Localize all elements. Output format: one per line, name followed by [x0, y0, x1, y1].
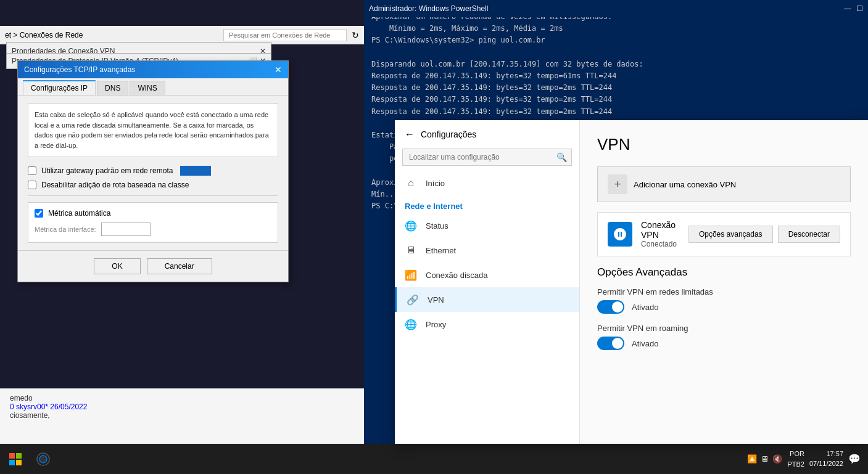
add-vpn-icon: + [608, 174, 627, 194]
checkbox-row-route: Desabilitar adição de rota baseada na cl… [28, 181, 278, 189]
settings-back-label: Configurações [421, 129, 476, 139]
svg-rect-3 [16, 460, 22, 465]
breadcrumb: et > Conexões de Rede [5, 31, 83, 39]
sidebar-item-ethernet[interactable]: 🖥 Ethernet [395, 238, 579, 263]
sidebar-item-proxy-label: Proxy [426, 320, 446, 329]
start-button[interactable] [0, 444, 31, 474]
vpn-connection-name: Conexão VPN [641, 220, 680, 240]
bottom-line2: 0 skysrv00* 26/05/2022 [10, 402, 354, 411]
tab-wins[interactable]: WINS [130, 81, 165, 95]
ps-minimize-btn[interactable]: — [844, 4, 851, 13]
tray-expand-icon[interactable]: 🔼 [747, 454, 757, 464]
dialog-content: Esta caixa de seleção só é aplicável qua… [18, 96, 288, 250]
powershell-title-bar: Administrador: Windows PowerShell — ☐ [364, 0, 868, 17]
option-limited-networks-label: Permitir VPN em redes limitadas [597, 287, 851, 296]
ps-maximize-btn[interactable]: ☐ [856, 4, 863, 13]
desconectar-button[interactable]: Desconectar [778, 226, 840, 243]
opcoes-avancadas-button[interactable]: Opções avançadas [688, 226, 773, 243]
svg-rect-0 [9, 453, 15, 459]
sidebar-item-conexao-discada-label: Conexão discada [426, 271, 487, 280]
ps-line: PS C:\Windows\system32> ping uol.com.br [371, 35, 861, 46]
checkbox-row-metric: Métrica automática [35, 209, 271, 218]
toggle-row-roaming: Ativado [597, 337, 851, 350]
locale-text: POR PTB2 [787, 449, 804, 469]
status-icon: 🌐 [405, 219, 417, 232]
dialog-tabs: Configurações IP DNS WINS [18, 78, 288, 96]
time-display: 17:57 [809, 449, 843, 459]
advanced-options-title: Opções Avançadas [597, 266, 851, 279]
settings-search-container: 🔍 [402, 149, 572, 166]
metric-input[interactable] [101, 223, 151, 236]
sidebar-item-status[interactable]: 🌐 Status [395, 213, 579, 238]
advanced-dialog-titlebar: Configurações TCP/IP avançadas ✕ [18, 61, 288, 78]
bottom-left-content: emedo 0 skysrv00* 26/05/2022 ciosamente, [0, 388, 364, 444]
tray-volume-icon[interactable]: 🔇 [772, 454, 782, 464]
vpn-connection-card: Conexão VPN Conectado Opções avançadas D… [597, 212, 851, 256]
metric-section: Métrica automática Métrica da interface: [28, 202, 278, 243]
search-icon: 🔍 [556, 152, 567, 162]
settings-back-button[interactable]: ← Configurações [395, 120, 579, 149]
vpn-nav-icon: 🔗 [407, 293, 419, 306]
ps-title: Administrador: Windows PowerShell [369, 4, 488, 13]
add-vpn-button[interactable]: + Adicionar uma conexão VPN [597, 166, 851, 202]
info-text: Esta caixa de seleção só é aplicável qua… [35, 111, 269, 149]
checkbox-gateway[interactable] [28, 166, 36, 175]
checkbox-row-gateway: Utilizar gateway padrão em rede remota [28, 166, 278, 176]
ps-controls[interactable]: — ☐ [844, 4, 863, 13]
sidebar-item-proxy[interactable]: 🌐 Proxy [395, 312, 579, 337]
metric-row: Métrica da interface: [35, 223, 271, 236]
checkbox-route[interactable] [28, 181, 36, 189]
bottom-line1: emedo [10, 394, 354, 402]
bottom-line3: ciosamente, [10, 411, 354, 420]
vpn-connection-status: Conectado [641, 240, 680, 248]
sidebar-item-conexao-discada[interactable]: 📶 Conexão discada [395, 263, 579, 287]
advanced-tcpip-dialog: Configurações TCP/IP avançadas ✕ Configu… [17, 60, 289, 282]
blue-indicator [180, 166, 211, 176]
option-row-roaming: Permitir VPN em roaming Ativado [597, 324, 851, 350]
ps-line: Resposta de 200.147.35.149: bytes=32 tem… [371, 106, 861, 118]
vpn-connection-icon [608, 222, 632, 247]
svg-point-5 [39, 456, 47, 463]
ps-line: Resposta de 200.147.35.149: bytes=32 tem… [371, 82, 861, 94]
advanced-dialog-title: Configurações TCP/IP avançadas [24, 65, 135, 74]
svg-rect-1 [16, 453, 22, 459]
checkbox-route-label: Desabilitar adição de rota baseada na cl… [41, 181, 189, 189]
sidebar-item-inicio-label: Início [426, 179, 445, 188]
ps-line: Mínimo = 2ms, Máximo = 2ms, Média = 2ms [371, 23, 861, 35]
network-search-input[interactable] [223, 29, 347, 41]
proxy-icon: 🌐 [405, 318, 417, 330]
settings-search-input[interactable] [402, 149, 572, 166]
settings-sidebar: ← Configurações 🔍 ⌂ Início Rede e Intern… [395, 120, 580, 444]
option-roaming-label: Permitir VPN em roaming [597, 324, 851, 333]
settings-section-label: Rede e Internet [395, 195, 579, 213]
advanced-dialog-close[interactable]: ✕ [275, 65, 282, 75]
refresh-icon[interactable]: ↻ [352, 30, 359, 40]
taskbar: 🔼 🖥 🔇 POR PTB2 17:57 07/11/2022 💬 [0, 444, 868, 474]
settings-panel: ← Configurações 🔍 ⌂ Início Rede e Intern… [395, 120, 868, 444]
cortana-button[interactable] [31, 444, 56, 474]
tab-ip-settings[interactable]: Configurações IP [23, 80, 96, 95]
checkbox-metric[interactable] [35, 209, 43, 218]
settings-main-title: VPN [597, 135, 851, 154]
back-arrow-icon: ← [405, 129, 415, 140]
dialup-icon: 📶 [405, 269, 417, 281]
svg-rect-2 [9, 460, 15, 465]
ethernet-icon: 🖥 [405, 244, 417, 256]
metric-label: Métrica da interface: [35, 226, 96, 233]
toggle-limited-networks[interactable] [597, 300, 624, 314]
ok-button[interactable]: OK [94, 258, 140, 274]
sidebar-item-inicio[interactable]: ⌂ Início [395, 171, 579, 195]
cancel-button[interactable]: Cancelar [147, 258, 212, 274]
checkbox-metric-label: Métrica automática [48, 209, 110, 218]
sidebar-item-vpn-label: VPN [428, 295, 444, 304]
notification-icon[interactable]: 💬 [848, 453, 861, 465]
ps-line: Disparando uol.com.br [200.147.35.149] c… [371, 59, 861, 70]
toggle-roaming[interactable] [597, 337, 624, 350]
sidebar-item-status-label: Status [426, 221, 448, 231]
checkbox-gateway-label: Utilizar gateway padrão em rede remota [41, 166, 173, 175]
sidebar-item-vpn[interactable]: 🔗 VPN [395, 287, 579, 312]
tab-dns[interactable]: DNS [97, 81, 128, 95]
taskbar-locale: POR PTB2 [787, 449, 804, 469]
ps-line: Resposta de 200.147.35.149: bytes=32 tem… [371, 70, 861, 82]
tray-network-icon[interactable]: 🖥 [761, 454, 769, 464]
